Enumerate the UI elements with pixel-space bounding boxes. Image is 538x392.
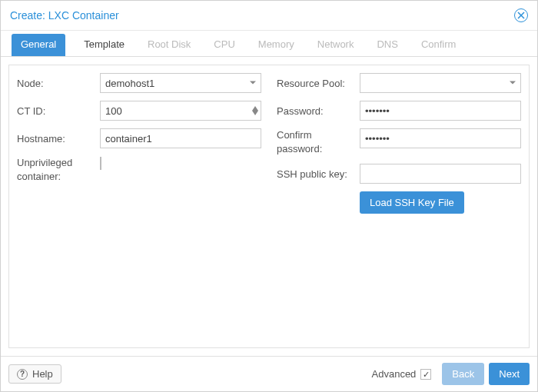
tab-root-disk: Root Disk [143,31,195,56]
hostname-label: Hostname: [17,133,100,145]
content-area: Node: CT ID: [1,57,537,356]
sshkey-label: SSH public key: [277,168,360,180]
node-row: Node: [17,73,261,93]
ctid-row: CT ID: [17,101,261,121]
advanced-label: Advanced [372,368,417,380]
hostname-row: Hostname: [17,128,261,148]
help-label: Help [32,368,53,380]
load-ssh-key-button[interactable]: Load SSH Key File [360,191,464,214]
unprivileged-row: Unprivileged container: [17,156,261,184]
wizard-tabs: General Template Root Disk CPU Memory Ne… [1,31,537,57]
close-icon[interactable] [514,8,528,22]
tab-confirm: Confirm [417,31,461,56]
tab-cpu: CPU [209,31,239,56]
resource-pool-row: Resource Pool: [277,73,521,93]
confirm-password-row: Confirm password: [277,128,521,156]
advanced-toggle: Advanced [372,368,432,380]
hostname-input[interactable] [100,128,261,148]
sshbtn-row: Load SSH Key File [277,191,521,214]
confirm-password-label: Confirm password: [277,128,360,156]
resource-pool-label: Resource Pool: [277,78,360,89]
bottombar: ? Help Advanced Back Next [1,356,537,391]
password-input[interactable] [360,101,521,121]
ctid-label: CT ID: [17,105,100,117]
tab-template[interactable]: Template [79,31,129,56]
password-label: Password: [277,105,360,117]
node-label: Node: [17,78,100,89]
titlebar: Create: LXC Container [1,1,537,31]
create-lxc-dialog: Create: LXC Container General Template R… [0,0,538,392]
tab-general[interactable]: General [12,34,65,56]
unprivileged-checkbox[interactable] [100,157,101,170]
advanced-checkbox[interactable] [420,369,431,380]
next-button[interactable]: Next [489,363,530,385]
confirm-password-input[interactable] [360,128,521,148]
help-button[interactable]: ? Help [8,364,61,384]
spinner-icon[interactable] [252,106,258,115]
ctid-input[interactable] [100,101,261,121]
sshkey-input[interactable] [360,164,521,184]
tab-memory: Memory [254,31,299,56]
back-button: Back [442,363,484,385]
right-column: Resource Pool: Password: Confirm [277,73,521,340]
dialog-title: Create: LXC Container [10,9,119,22]
password-row: Password: [277,101,521,121]
tab-dns: DNS [372,31,402,56]
form-panel: Node: CT ID: [8,65,530,348]
help-icon: ? [17,369,28,380]
left-column: Node: CT ID: [17,73,261,340]
sshkey-row: SSH public key: [277,164,521,184]
unprivileged-label: Unprivileged container: [17,156,100,184]
node-select[interactable] [100,73,261,93]
resource-pool-select[interactable] [360,73,521,93]
tab-network: Network [313,31,359,56]
